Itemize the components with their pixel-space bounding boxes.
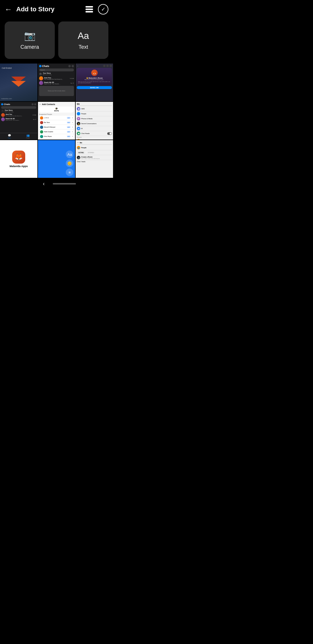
room-desc: Wait a few minutes for friends to join..… — [78, 79, 111, 80]
close-btn-4[interactable]: ✕ — [72, 131, 73, 133]
contact-3[interactable]: Morad El Manyari ADD ✕ — [39, 125, 74, 129]
add-btn-2[interactable]: ADD — [67, 121, 71, 124]
secret-icon: 🔒 — [77, 122, 80, 125]
screenshot-cell-7[interactable]: 🦊 Malavida Apps — [0, 140, 37, 178]
contact-5[interactable]: Ximo Reyes ADD ✕ — [39, 134, 74, 138]
emoji-compose-btn[interactable]: 😊 — [66, 160, 73, 167]
chat-time-2: Apr 28 — [71, 82, 74, 84]
settings-chatheads[interactable]: 💬 Chat Heads — [77, 131, 112, 136]
settings-sms[interactable]: 💬 SMS — [77, 106, 112, 111]
room-title: 👋 Malavida's Room — [78, 77, 111, 79]
screenshot-cell-9[interactable]: ← Me 👥 People ACTIVE STORIES 📹 Create a … — [76, 140, 113, 178]
confirm-button[interactable]: ✓ — [98, 4, 108, 15]
settings-secret[interactable]: 🔒 Secret Conversations — [77, 121, 112, 126]
svg-rect-1 — [85, 9, 93, 10]
contact-6[interactable]: Migu Gonçalves ADD ✕ — [39, 139, 74, 140]
screenshot-cell-6[interactable]: Me 💬 SMS 👥 People 🖼 Photos & Media 🔒 Sec… — [76, 102, 113, 140]
search-bar[interactable]: Search — [39, 68, 74, 71]
contact-avatar-6 — [40, 140, 43, 140]
close-btn-2[interactable]: ✕ — [72, 122, 73, 123]
screenshot-cell-4[interactable]: Chats + Your Story Add to your story Jus… — [0, 102, 37, 140]
tab-people-label: People — [26, 137, 30, 139]
close-btn-1[interactable]: ✕ — [72, 117, 73, 119]
cell4-header: Chats — [1, 103, 36, 106]
room-avatar: 🦊 — [91, 70, 98, 76]
chat-preview-2: Stack Hit 3D: Your friends ... — [44, 83, 70, 85]
contact-name-4: Hafid Chakhtir — [44, 131, 66, 133]
add-btn-4[interactable]: ADD — [67, 131, 71, 133]
cell4-search[interactable] — [1, 106, 36, 109]
chat-avatar-2 — [39, 81, 43, 85]
ext-chat-leads[interactable]: Chat / leads — [77, 160, 112, 163]
text-label: Text — [79, 44, 88, 50]
contact-4[interactable]: Hafid Chakhtir ADD ✕ — [39, 130, 74, 134]
add-btn-1[interactable]: ADD — [67, 117, 71, 119]
screenshot-cell-5[interactable]: ← Add Contacts 🎓 INVITE Suggested People… — [38, 102, 75, 140]
add-btn-3[interactable]: ADD — [67, 126, 71, 128]
mala-app-name: Malavida Apps — [10, 165, 28, 168]
contact-name-2: Bar Tano — [44, 122, 66, 123]
ext-stories-tab[interactable]: STORIES — [86, 151, 96, 154]
ext-active-tab[interactable]: ACTIVE — [77, 151, 85, 154]
screenshot-cell-2[interactable]: Chats Search + Your Story Add to your st… — [38, 64, 75, 101]
chat-row-2[interactable]: Stack Hit 3D Stack Hit 3D: Your friends … — [39, 81, 74, 85]
cell4-chat1[interactable]: Just You You changed the chat theme to..… — [1, 113, 36, 117]
media-preview: Share your link to invite others — [39, 86, 74, 96]
chat-row-1[interactable]: Just You You changed the chat theme to..… — [39, 76, 74, 80]
stack-icon-button[interactable] — [84, 4, 94, 15]
ext-chat-leads-label: Chat / leads — [77, 161, 85, 162]
account-section-label: Account — [77, 137, 112, 138]
chats-title: Chats — [42, 65, 49, 68]
cell4-time2: Apr 28 — [33, 119, 36, 120]
cell4-avatar1 — [1, 113, 5, 117]
ext-tabs: ACTIVE STORIES — [77, 151, 112, 154]
settings-switch-account[interactable]: 🔄 Switch Account — [77, 138, 112, 140]
contact-2[interactable]: Bar Tano ADD ✕ — [39, 120, 74, 124]
ext-room-icon: 📹 — [77, 156, 80, 159]
invite-button[interactable]: 🎓 INVITE — [39, 106, 74, 113]
settings-me: Me — [77, 103, 80, 105]
settings-sms-label: SMS — [81, 108, 85, 110]
cell4-chat2[interactable]: Stack Hit 3D Stack Hit 3D: Your friends … — [1, 117, 36, 121]
camera-icon: 📷 — [24, 30, 36, 41]
contact-1[interactable]: এস ডি মন ADD ✕ — [39, 116, 74, 120]
tab-people[interactable]: 👥 People — [19, 134, 37, 139]
svg-rect-2 — [85, 11, 93, 12]
ext-create-room[interactable]: 📹 Create a Room Use a link to video chat… — [77, 155, 112, 160]
settings-secret-label: Secret Conversations — [81, 123, 97, 124]
ext-people[interactable]: 👥 People — [77, 145, 112, 150]
room-header: ← — [77, 65, 112, 67]
contacts-header: ← Add Contacts — [39, 103, 74, 106]
chevron-bottom — [11, 81, 26, 87]
screenshot-cell-8[interactable]: Aa 😊 ≡ — [38, 140, 75, 178]
settings-m[interactable]: M M — [77, 126, 112, 131]
sms-icon: 💬 — [77, 107, 80, 111]
camera-option[interactable]: 📷 Camera — [5, 21, 55, 59]
switch-account-icon: 🔄 — [77, 139, 80, 140]
text-option[interactable]: Aa Text — [58, 21, 108, 59]
share-link-button[interactable]: SHARE LINK — [77, 86, 112, 89]
add-btn-5[interactable]: ADD — [67, 135, 71, 138]
cell4-preview2: Stack Hit 3D: Your friends ... — [6, 120, 32, 121]
camera-label: Camera — [20, 44, 39, 50]
settings-photos[interactable]: 🖼 Photos & Media — [77, 116, 112, 121]
chatheads-toggle[interactable] — [107, 132, 112, 135]
settings-people[interactable]: 👥 People — [77, 111, 112, 116]
close-btn-5[interactable]: ✕ — [72, 135, 73, 137]
tab-chats[interactable]: 💬 Chats — [0, 134, 19, 139]
tab-chats-label: Chats — [8, 137, 11, 139]
menu-compose-btn[interactable]: ≡ — [66, 169, 73, 176]
add-story-btn[interactable]: + — [39, 73, 42, 75]
ext-back-arrow[interactable]: ← — [77, 141, 79, 144]
nav-back-arrow[interactable]: ‹ — [37, 181, 50, 187]
contacts-back[interactable]: ← — [39, 103, 41, 106]
cell4-title: Chats — [4, 103, 10, 106]
text-compose-aa[interactable]: Aa — [66, 151, 73, 158]
screenshot-cell-3[interactable]: ← 🦊 👋 Malavida's Room Wait a few minutes… — [76, 64, 113, 101]
ext-me-label: Me — [80, 142, 82, 144]
close-btn-3[interactable]: ✕ — [72, 126, 73, 128]
page-title: Add to Story — [16, 6, 84, 13]
m-icon: M — [77, 127, 80, 130]
screenshot-cell-1[interactable]: Call Ended malavida.com — [0, 64, 37, 101]
back-button[interactable]: ← — [5, 5, 12, 14]
